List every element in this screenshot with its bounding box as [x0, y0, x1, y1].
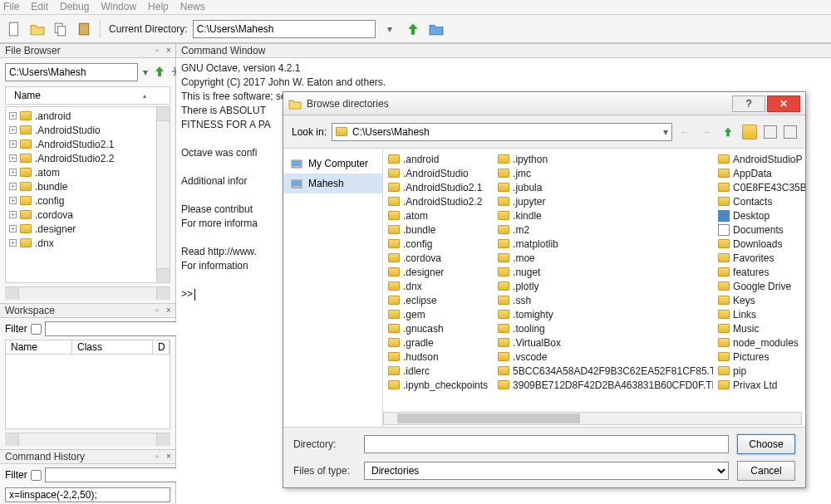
cancel-button[interactable]: Cancel [737, 461, 795, 481]
file-item[interactable]: .VirtualBox [493, 335, 713, 350]
dropdown-icon[interactable]: ▾ [143, 66, 148, 78]
menu-edit[interactable]: Edit [31, 1, 48, 13]
file-item[interactable]: C0E8FE43C35B4 [713, 180, 805, 194]
nav-back-icon[interactable]: ← [677, 125, 692, 139]
file-item[interactable]: Music [713, 321, 805, 335]
file-item[interactable]: Desktop [713, 208, 805, 223]
file-browser-item[interactable]: +.atom [9, 165, 166, 179]
directory-input[interactable] [364, 435, 729, 453]
nav-up-icon[interactable] [720, 125, 735, 139]
expand-icon[interactable]: + [9, 211, 17, 218]
undock-icon[interactable]: ▫ [152, 452, 162, 462]
file-item[interactable]: Pictures [713, 350, 805, 364]
file-item[interactable]: .moe [493, 251, 713, 265]
file-item[interactable]: .ipython [493, 152, 713, 166]
menu-file[interactable]: File [3, 1, 19, 13]
file-item[interactable]: AndroidStudioP [713, 152, 805, 166]
up-directory-icon[interactable] [153, 65, 166, 81]
list-view-icon[interactable] [764, 125, 777, 139]
close-button[interactable]: ✕ [767, 95, 800, 112]
menu-debug[interactable]: Debug [60, 1, 89, 13]
filetype-select[interactable]: Directories [364, 462, 729, 480]
file-item[interactable]: .AndroidStudio2.1 [383, 180, 493, 194]
file-item[interactable]: node_modules [713, 335, 805, 350]
file-item[interactable]: features [713, 265, 805, 279]
file-item[interactable]: Keys [713, 293, 805, 307]
file-item[interactable]: .idlerc [383, 364, 493, 378]
scrollbar-horizontal[interactable] [383, 412, 802, 425]
sidebar-item[interactable]: My Computer [283, 154, 382, 174]
menu-news[interactable]: News [180, 1, 205, 13]
file-browser-item[interactable]: +.designer [9, 222, 166, 236]
file-item[interactable]: .vscode [493, 350, 713, 364]
close-panel-icon[interactable]: × [164, 46, 174, 56]
file-browser-path-input[interactable] [5, 63, 138, 81]
file-browser-item[interactable]: +.cordova [9, 208, 166, 222]
menu-help[interactable]: Help [148, 1, 169, 13]
file-browser-item[interactable]: +.android [9, 109, 166, 123]
file-item[interactable]: Contacts [713, 194, 805, 208]
file-item[interactable]: .config [383, 237, 493, 251]
file-item[interactable]: Favorites [713, 251, 805, 265]
file-item[interactable]: .plotly [493, 279, 713, 293]
history-filter-checkbox[interactable] [31, 470, 42, 481]
detail-view-icon[interactable] [784, 125, 797, 139]
workspace-table-header[interactable]: Name Class D [5, 340, 170, 355]
new-file-icon[interactable] [5, 20, 23, 38]
file-item[interactable]: .bundle [383, 223, 493, 237]
file-item[interactable]: .jupyter [493, 194, 713, 208]
dropdown-icon[interactable]: ▾ [381, 20, 399, 38]
file-item[interactable]: .tomighty [493, 307, 713, 321]
file-item[interactable]: .AndroidStudio2.2 [383, 194, 493, 208]
file-item[interactable]: .android [383, 152, 493, 166]
expand-icon[interactable]: + [9, 154, 17, 162]
undock-icon[interactable]: ▫ [152, 46, 162, 56]
current-directory-input[interactable] [193, 20, 376, 38]
file-item[interactable]: .designer [383, 265, 493, 279]
workspace-filter-checkbox[interactable] [31, 324, 42, 335]
file-browser-item[interactable]: +.AndroidStudio [9, 123, 166, 137]
file-item[interactable]: .dnx [383, 279, 493, 293]
file-item[interactable]: .ipynb_checkpoints [383, 378, 493, 392]
file-item[interactable]: .hudson [383, 350, 493, 364]
file-browser-item[interactable]: +.AndroidStudio2.2 [9, 151, 166, 165]
scrollbar-horizontal[interactable] [5, 433, 170, 446]
expand-icon[interactable]: + [9, 183, 17, 190]
expand-icon[interactable]: + [9, 239, 17, 247]
file-item[interactable]: .nuget [493, 265, 713, 279]
new-folder-icon[interactable] [742, 125, 757, 139]
menu-window[interactable]: Window [101, 1, 136, 13]
undock-icon[interactable]: ▫ [152, 306, 162, 316]
up-directory-icon[interactable] [404, 20, 422, 38]
expand-icon[interactable]: + [9, 112, 17, 120]
file-browser-list[interactable]: +.android+.AndroidStudio+.AndroidStudio2… [5, 106, 170, 283]
file-item[interactable]: Privax Ltd [713, 378, 805, 392]
file-item[interactable]: .eclipse [383, 293, 493, 307]
expand-icon[interactable]: + [9, 197, 17, 204]
file-browser-name-header[interactable]: Name [5, 86, 170, 105]
file-item[interactable]: 5BCC634A58AD42F9B3C62EA52F81CF85.TMP [493, 364, 713, 378]
sidebar-item[interactable]: Mahesh [283, 174, 382, 193]
file-item[interactable]: Links [713, 307, 805, 321]
choose-button[interactable]: Choose [737, 434, 795, 454]
workspace-table-body[interactable] [5, 355, 170, 429]
lookin-combo[interactable]: C:\Users\Mahesh ▾ [332, 123, 672, 141]
nav-forward-icon[interactable]: → [699, 125, 714, 139]
file-item[interactable]: .gem [383, 307, 493, 321]
file-browser-item[interactable]: +.AndroidStudio2.1 [9, 137, 166, 151]
file-item[interactable]: .jmc [493, 166, 713, 180]
browse-folder-icon[interactable] [427, 20, 445, 38]
file-browser-item[interactable]: +.bundle [9, 179, 166, 193]
expand-icon[interactable]: + [9, 140, 17, 148]
workspace-filter-input[interactable] [45, 321, 178, 336]
scrollbar-horizontal[interactable] [5, 286, 170, 300]
file-item[interactable]: .AndroidStudio [383, 166, 493, 180]
file-item[interactable]: AppData [713, 166, 805, 180]
file-item[interactable]: .ssh [493, 293, 713, 307]
paste-icon[interactable] [75, 20, 93, 38]
scrollbar-vertical[interactable] [156, 107, 170, 282]
file-item[interactable]: .jubula [493, 180, 713, 194]
file-item[interactable]: .m2 [493, 223, 713, 237]
close-panel-icon[interactable]: × [164, 306, 174, 316]
command-history-line[interactable] [5, 487, 170, 502]
